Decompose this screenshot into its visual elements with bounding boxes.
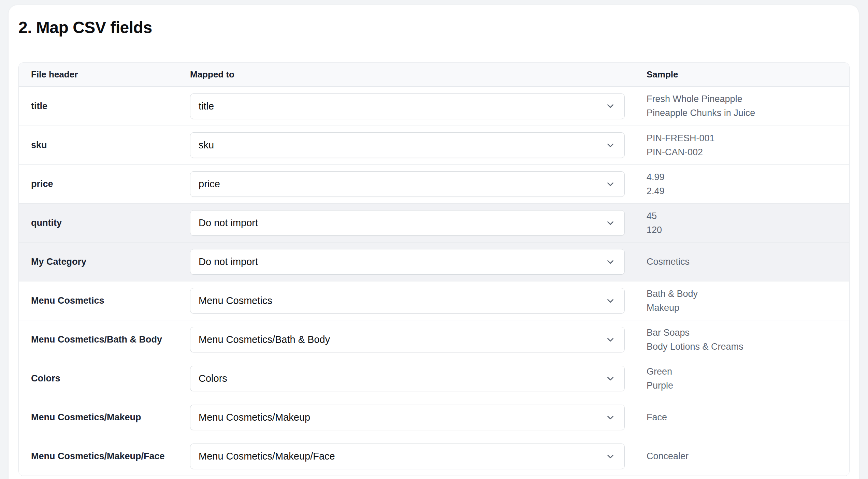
file-header-label: My Category [31,257,86,267]
file-header-cell: Menu Cosmetics [19,281,190,320]
sample-cell: 4.992.49 [647,165,849,203]
sample-value: Bath & Body [647,287,698,301]
mapped-to-value: sku [199,140,214,151]
chevron-down-icon [605,412,616,423]
mapped-to-value: Menu Cosmetics [199,295,272,306]
sample-value: Bar Soaps [647,326,690,340]
sample-cell: GreenPurple [647,359,849,398]
sample-value: 45 [647,209,657,223]
sample-value: Purple [647,379,673,393]
sample-value: Body Lotions & Creams [647,340,743,354]
sample-cell: Bar SoapsBody Lotions & Creams [647,320,849,359]
file-header-label: Menu Cosmetics/Makeup [31,412,141,423]
sample-cell: PIN-FRESH-001PIN-CAN-002 [647,126,849,164]
file-header-label: Menu Cosmetics/Makeup/Face [31,451,165,462]
chevron-down-icon [605,101,616,111]
chevron-down-icon [605,335,616,345]
sample-cell: Bath & BodyMakeup [647,281,849,320]
file-header-label: Colors [31,373,60,384]
mapped-to-select[interactable]: Do not import [190,249,625,275]
sample-cell: Face [647,398,849,437]
sample-value: 120 [647,223,662,237]
chevron-down-icon [605,374,616,384]
file-header-label: quntity [31,218,62,228]
file-header-cell: Colors [19,359,190,398]
sample-cell: Cosmetics [647,243,849,281]
mapped-to-value: Do not import [199,217,258,229]
file-header-label: sku [31,140,47,150]
field-mapping-table: File header Mapped to Sample title title… [18,62,850,476]
sample-cell: Concealer [647,437,849,476]
file-header-label: Menu Cosmetics [31,295,104,306]
sample-value: Fresh Whole Pineapple [647,92,742,106]
table-row: price price 4.992.49 [19,164,849,203]
file-header-label: price [31,179,53,189]
sample-value: Makeup [647,301,679,315]
mapped-to-cell: Menu Cosmetics/Bath & Body [190,320,647,359]
sample-value: PIN-CAN-002 [647,145,703,159]
mapped-to-select[interactable]: Do not import [190,210,625,236]
mapped-to-value: title [199,101,214,112]
sample-value: Green [647,365,672,379]
table-row: sku sku PIN-FRESH-001PIN-CAN-002 [19,126,849,164]
chevron-down-icon [605,451,616,462]
mapped-to-select[interactable]: Menu Cosmetics/Makeup [190,405,625,430]
mapped-to-value: Colors [199,373,227,384]
mapped-to-value: price [199,178,220,190]
chevron-down-icon [605,257,616,267]
mapped-to-select[interactable]: Menu Cosmetics/Makeup/Face [190,444,625,469]
mapped-to-cell: Do not import [190,204,647,242]
table-row: Menu Cosmetics Menu Cosmetics Bath & Bod… [19,281,849,320]
sample-value: Concealer [647,449,689,463]
mapped-to-cell: Do not import [190,243,647,281]
sample-value: Face [647,410,667,424]
column-header-file-header: File header [19,69,190,80]
mapped-to-cell: price [190,165,647,203]
mapped-to-value: Menu Cosmetics/Bath & Body [199,334,330,345]
table-row: title title Fresh Whole PineapplePineapp… [19,87,849,126]
file-header-cell: Menu Cosmetics/Makeup/Face [19,437,190,476]
mapped-to-cell: Menu Cosmetics [190,281,647,320]
table-body: title title Fresh Whole PineapplePineapp… [19,87,849,476]
sample-value: Cosmetics [647,255,690,269]
file-header-label: Menu Cosmetics/Bath & Body [31,334,162,345]
mapped-to-value: Menu Cosmetics/Makeup/Face [199,451,335,462]
mapped-to-cell: title [190,87,647,126]
page-title: 2. Map CSV fields [18,19,850,36]
chevron-down-icon [605,296,616,306]
column-header-mapped-to: Mapped to [190,69,647,80]
file-header-cell: price [19,165,190,203]
sample-value: 2.49 [647,184,665,198]
mapped-to-select[interactable]: Menu Cosmetics/Bath & Body [190,327,625,352]
file-header-cell: title [19,87,190,126]
sample-value: 4.99 [647,170,665,184]
file-header-label: title [31,101,47,112]
table-header-row: File header Mapped to Sample [19,63,849,87]
mapped-to-cell: sku [190,126,647,164]
mapped-to-select[interactable]: sku [190,132,625,158]
mapped-to-select[interactable]: Colors [190,366,625,391]
file-header-cell: quntity [19,204,190,242]
mapped-to-value: Do not import [199,256,258,267]
sample-value: PIN-FRESH-001 [647,131,715,145]
column-header-sample: Sample [647,69,849,80]
mapped-to-value: Menu Cosmetics/Makeup [199,412,310,423]
mapped-to-cell: Menu Cosmetics/Makeup [190,398,647,437]
table-row: My Category Do not import Cosmetics [19,242,849,281]
file-header-cell: sku [19,126,190,164]
mapped-to-cell: Menu Cosmetics/Makeup/Face [190,437,647,476]
table-row: Menu Cosmetics/Makeup Menu Cosmetics/Mak… [19,398,849,437]
sample-value: Pineapple Chunks in Juice [647,106,755,120]
table-row: Menu Cosmetics/Bath & Body Menu Cosmetic… [19,320,849,359]
mapped-to-select[interactable]: Menu Cosmetics [190,288,625,314]
mapped-to-cell: Colors [190,359,647,398]
chevron-down-icon [605,179,616,189]
map-csv-fields-card: 2. Map CSV fields File header Mapped to … [9,5,859,479]
table-row: quntity Do not import 45120 [19,203,849,242]
file-header-cell: My Category [19,243,190,281]
mapped-to-select[interactable]: price [190,171,625,197]
table-row: Colors Colors GreenPurple [19,359,849,398]
sample-cell: 45120 [647,204,849,242]
file-header-cell: Menu Cosmetics/Bath & Body [19,320,190,359]
mapped-to-select[interactable]: title [190,93,625,119]
